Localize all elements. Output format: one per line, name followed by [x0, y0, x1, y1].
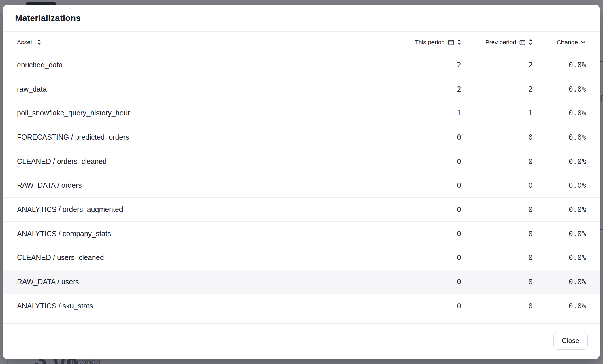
- table-row[interactable]: ANALYTICS / orders_augmented 0 0 0.0%: [3, 198, 600, 222]
- column-header-this-period[interactable]: This period: [398, 39, 461, 46]
- table-row[interactable]: ANALYTICS / sku_stats 0 0 0.0%: [3, 294, 600, 318]
- background-row-line: [600, 140, 603, 141]
- sort-updown-icon: [457, 39, 461, 46]
- background-row-line: [600, 285, 603, 286]
- prev-period-value: 0: [461, 157, 533, 166]
- dialog-header: Materializations: [3, 5, 600, 32]
- background-row-line: [600, 188, 603, 189]
- table-row[interactable]: FORECASTING / predicted_orders 0 0 0.0%: [3, 125, 600, 149]
- prev-period-value: 2: [461, 85, 533, 93]
- asset-name: CLEANED / orders_cleaned: [17, 157, 398, 166]
- background-row-line: [600, 43, 603, 44]
- materializations-table-body: enriched_data 2 2 0.0% raw_data 2 2 0.0%…: [3, 53, 600, 318]
- this-period-value: 0: [398, 302, 461, 310]
- background-divider: [7, 359, 8, 364]
- background-row-line: [600, 164, 603, 165]
- change-value: 0.0%: [533, 61, 586, 69]
- change-value: 0.0%: [533, 181, 586, 189]
- asset-name: ANALYTICS / orders_augmented: [17, 205, 398, 214]
- table-header-row: Asset This period: [3, 32, 600, 53]
- sort-updown-icon: [529, 39, 533, 46]
- asset-name: ANALYTICS / company_stats: [17, 230, 398, 238]
- close-button[interactable]: Close: [553, 332, 588, 350]
- calendar-icon: [519, 39, 526, 46]
- table-row[interactable]: ANALYTICS / company_stats 0 0 0.0%: [3, 222, 600, 246]
- change-value: 0.0%: [533, 253, 586, 262]
- asset-name: enriched_data: [17, 61, 398, 69]
- change-value: 0.0%: [533, 85, 586, 93]
- column-header-asset-label: Asset: [17, 39, 32, 46]
- dialog-footer: Close: [3, 324, 600, 359]
- table-row[interactable]: RAW_DATA / orders 0 0 0.0%: [3, 173, 600, 198]
- this-period-value: 0: [398, 205, 461, 214]
- clipped-table-row: [3, 318, 600, 324]
- this-period-value: 0: [398, 230, 461, 238]
- table-row[interactable]: RAW_DATA / users 0 0 0.0%: [3, 270, 600, 294]
- column-header-change-label: Change: [557, 39, 578, 46]
- chevron-down-icon: [581, 40, 586, 44]
- prev-period-value: 0: [461, 181, 533, 189]
- table-row[interactable]: enriched_data 2 2 0.0%: [3, 53, 600, 77]
- this-period-value: 0: [398, 133, 461, 141]
- column-header-change[interactable]: Change: [533, 39, 586, 46]
- background-row-line: [600, 92, 603, 92]
- change-value: 0.0%: [533, 157, 586, 166]
- prev-period-value: 1: [461, 109, 533, 117]
- table-row[interactable]: CLEANED / orders_cleaned 0 0 0.0%: [3, 149, 600, 174]
- this-period-value: 2: [398, 85, 461, 93]
- asset-name: RAW_DATA / users: [17, 278, 398, 286]
- column-header-prev-period-label: Prev period: [485, 39, 516, 46]
- asset-name: FORECASTING / predicted_orders: [17, 133, 398, 141]
- this-period-value: 0: [398, 181, 461, 189]
- asset-name: CLEANED / users_cleaned: [17, 253, 398, 262]
- asset-name: RAW_DATA / orders: [17, 181, 398, 189]
- column-header-prev-period[interactable]: Prev period: [461, 39, 533, 46]
- asset-name: poll_snowflake_query_history_hour: [17, 109, 398, 117]
- column-header-asset[interactable]: Asset: [17, 39, 398, 46]
- this-period-value: 0: [398, 157, 461, 166]
- asset-name: ANALYTICS / sku_stats: [17, 302, 398, 310]
- table-row[interactable]: raw_data 2 2 0.0%: [3, 77, 600, 101]
- sort-updown-icon: [37, 39, 41, 46]
- asset-name: raw_data: [17, 85, 398, 93]
- prev-period-value: 0: [461, 302, 533, 310]
- background-row-line: [600, 67, 603, 68]
- prev-period-value: 0: [461, 205, 533, 214]
- change-value: 0.0%: [533, 133, 586, 141]
- background-divider: [25, 359, 25, 364]
- prev-period-value: 0: [461, 253, 533, 262]
- table-row[interactable]: poll_snowflake_query_history_hour 1 1 0.…: [3, 101, 600, 125]
- table-row[interactable]: CLEANED / users_cleaned 0 0 0.0%: [3, 246, 600, 270]
- prev-period-value: 0: [461, 133, 533, 141]
- calendar-icon: [448, 39, 454, 46]
- change-value: 0.0%: [533, 205, 586, 214]
- change-value: 0.0%: [533, 230, 586, 238]
- background-clipped-text: p: [600, 92, 603, 103]
- column-header-this-period-label: This period: [415, 39, 445, 46]
- materializations-dialog: Materializations Asset This period: [3, 5, 600, 359]
- this-period-value: 0: [398, 278, 461, 286]
- this-period-value: 2: [398, 61, 461, 69]
- change-value: 0.0%: [533, 302, 586, 310]
- background-row-line: [600, 116, 603, 116]
- dialog-title: Materializations: [15, 13, 81, 23]
- this-period-value: 1: [398, 109, 461, 117]
- background-accent-line: [600, 229, 603, 230]
- background-top-header: [0, 0, 603, 4]
- background-row-line: [600, 261, 603, 261]
- prev-period-value: 0: [461, 230, 533, 238]
- prev-period-value: 0: [461, 278, 533, 286]
- change-value: 0.0%: [533, 109, 586, 117]
- this-period-value: 0: [398, 253, 461, 262]
- change-value: 0.0%: [533, 278, 586, 286]
- prev-period-value: 2: [461, 61, 533, 69]
